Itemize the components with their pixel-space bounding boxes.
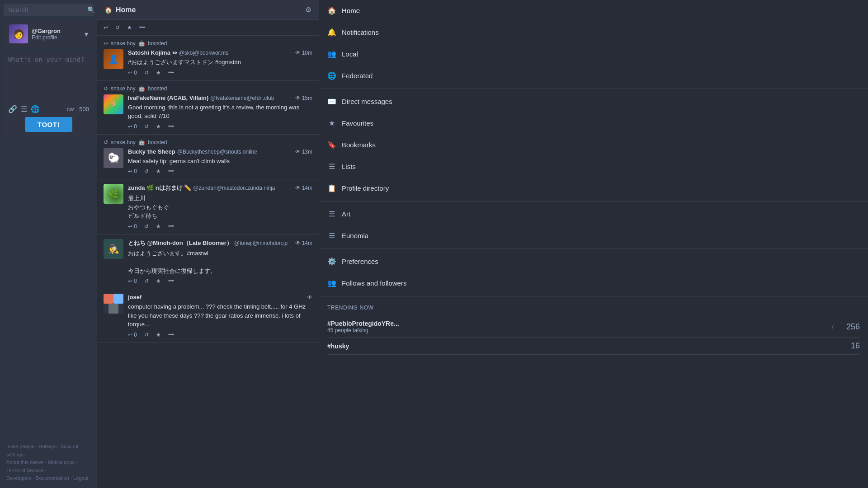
- reply-action[interactable]: ↩: [104, 24, 108, 31]
- reply-action[interactable]: ↩ 0: [128, 123, 137, 130]
- sidebar-item-follows-followers[interactable]: 👥 Follows and followers: [319, 272, 868, 294]
- boost-action[interactable]: ↺: [144, 123, 149, 130]
- sidebar-item-preferences[interactable]: ⚙️ Preferences: [319, 251, 868, 272]
- search-input[interactable]: [8, 6, 87, 14]
- boost-icon: ↺: [104, 85, 108, 92]
- boost-action[interactable]: ↺: [144, 278, 149, 284]
- author-name[interactable]: IvaFakeName (ACAB, Villain): [128, 94, 208, 101]
- boost-action[interactable]: ↺: [144, 223, 149, 230]
- compose-toolbar: 🔗 ☰ 🌐 cw 500: [8, 101, 89, 113]
- footer-tos[interactable]: Terms of Service: [6, 468, 43, 473]
- post-item: ↺ snake boy 🤖 boosted 🐑 Bucky the Sheep …: [97, 135, 319, 180]
- avatar: 🧑: [9, 24, 28, 43]
- avatar[interactable]: [104, 294, 123, 314]
- fav-action[interactable]: ★: [156, 332, 161, 338]
- trending-item[interactable]: #PuebloProtegidoYRe... 45 people talking…: [327, 316, 860, 338]
- boosted-label: boosted: [148, 139, 167, 145]
- toot-button[interactable]: TOOT!: [25, 117, 72, 132]
- footer-invite[interactable]: Invite people: [6, 444, 34, 449]
- profile-section[interactable]: 🧑 @Gargron Edit profile ▾: [4, 20, 94, 48]
- sidebar-item-eunomia[interactable]: ☰ Eunomia: [319, 225, 868, 247]
- reply-action[interactable]: ↩ 0: [128, 223, 137, 230]
- cw-button[interactable]: cw: [66, 106, 74, 113]
- nav-label: Lists: [342, 163, 356, 170]
- trending-count: 256: [837, 322, 860, 332]
- fav-action[interactable]: ★: [156, 223, 161, 230]
- right-sidebar: 🏠 Home 🔔 Notifications 👥 Local 🌐 Federat…: [319, 0, 868, 488]
- author-name[interactable]: josef: [128, 294, 142, 300]
- author-handle[interactable]: @toneji@minohdon.jp: [234, 240, 288, 246]
- trending-item[interactable]: #husky 16: [327, 338, 860, 355]
- more-action[interactable]: •••: [168, 70, 174, 76]
- feed-settings-icon[interactable]: ⚙: [305, 5, 311, 14]
- post-time: 👁 14m: [295, 240, 312, 246]
- poll-icon[interactable]: ☰: [21, 105, 27, 113]
- globe-icon[interactable]: 🌐: [31, 105, 40, 113]
- nav-label: Notifications: [342, 28, 379, 36]
- avatar[interactable]: 🕵️: [104, 239, 123, 259]
- post-item: josef 👁 computer having a problem... ???…: [97, 289, 319, 343]
- sidebar-item-art[interactable]: ☰ Art: [319, 203, 868, 225]
- post-actions: ↩ 0 ↺ ★ •••: [128, 123, 312, 130]
- footer-about[interactable]: About this server: [6, 460, 44, 465]
- more-action[interactable]: •••: [168, 278, 174, 284]
- nav-label: Profile directory: [342, 184, 389, 192]
- boost-action[interactable]: ↺: [144, 332, 149, 338]
- sidebar-item-home[interactable]: 🏠 Home: [319, 0, 868, 22]
- fav-action[interactable]: ★: [127, 24, 132, 31]
- author-name[interactable]: Satoshi Kojima ⇔: [128, 49, 177, 56]
- reply-action[interactable]: ↩ 0: [128, 332, 137, 338]
- author-handle[interactable]: @skoj@bookwor.ms: [179, 50, 229, 56]
- fav-action[interactable]: ★: [156, 70, 161, 76]
- footer-docs[interactable]: Documentation: [36, 475, 69, 481]
- reply-action[interactable]: ↩ 0: [128, 168, 137, 174]
- post-meta: zunda 🌿 nはおまけ ✏️ @zundan@mastodon.zunda.…: [128, 184, 312, 192]
- reply-action[interactable]: ↩ 0: [128, 70, 137, 76]
- author-handle[interactable]: @lvafakename@efdn.club: [210, 95, 274, 101]
- compose-textarea[interactable]: [8, 56, 89, 97]
- author-name[interactable]: zunda 🌿 nはおまけ ✏️: [128, 184, 191, 192]
- reply-action[interactable]: ↩ 0: [128, 278, 137, 284]
- more-action[interactable]: •••: [168, 223, 174, 230]
- boost-action[interactable]: ↺: [144, 70, 149, 76]
- avatar[interactable]: 🌿: [104, 184, 123, 204]
- author-name[interactable]: Bucky the Sheep: [128, 148, 175, 155]
- avatar[interactable]: 🐑: [104, 148, 123, 168]
- author-handle[interactable]: @Buckythesheep@snouts.online: [177, 149, 257, 155]
- author-name[interactable]: とねち @Minoh-don（Late Bloomer）: [128, 239, 232, 247]
- avatar[interactable]: 👤: [104, 49, 123, 69]
- footer-mobile[interactable]: Mobile apps: [48, 460, 75, 465]
- fav-action[interactable]: ★: [156, 168, 161, 174]
- attachment-icon[interactable]: 🔗: [8, 105, 17, 113]
- sidebar-item-favourites[interactable]: ★ Favourites: [319, 113, 868, 134]
- sidebar-item-local[interactable]: 👥 Local: [319, 43, 868, 65]
- boost-by: snake boy: [111, 85, 136, 92]
- author-handle[interactable]: @zundan@mastodon.zunda.ninja: [193, 185, 275, 191]
- more-action[interactable]: •••: [168, 123, 174, 130]
- fav-action[interactable]: ★: [156, 278, 161, 284]
- footer-logout[interactable]: Logout: [73, 475, 89, 481]
- chevron-down-icon[interactable]: ▾: [85, 30, 88, 38]
- sidebar-item-notifications[interactable]: 🔔 Notifications: [319, 22, 868, 43]
- boost-action[interactable]: ↺: [115, 24, 120, 31]
- sidebar-item-direct-messages[interactable]: ✉️ Direct messages: [319, 91, 868, 113]
- notifications-icon: 🔔: [327, 28, 336, 37]
- footer-developers[interactable]: Developers: [6, 475, 32, 481]
- sidebar-item-bookmarks[interactable]: 🔖 Bookmarks: [319, 134, 868, 156]
- boost-action[interactable]: ↺: [144, 168, 149, 174]
- sidebar-item-profile-directory[interactable]: 📋 Profile directory: [319, 178, 868, 199]
- sidebar-item-lists[interactable]: ☰ Lists: [319, 156, 868, 178]
- compose-box: 🔗 ☰ 🌐 cw 500 TOOT!: [4, 52, 94, 136]
- sidebar-item-federated[interactable]: 🌐 Federated: [319, 65, 868, 87]
- nav-label: Eunomia: [342, 232, 368, 239]
- more-action[interactable]: •••: [168, 332, 174, 338]
- local-icon: 👥: [327, 50, 336, 58]
- post-actions: ↩ 0 ↺ ★ •••: [128, 70, 312, 76]
- footer-hotkeys[interactable]: Hotkeys: [39, 444, 57, 449]
- search-bar[interactable]: 🔍: [4, 4, 94, 16]
- more-action[interactable]: •••: [168, 168, 174, 174]
- edit-profile-link[interactable]: Edit profile: [32, 34, 85, 41]
- avatar[interactable]: 🎨: [104, 94, 123, 114]
- fav-action[interactable]: ★: [156, 123, 161, 130]
- more-action[interactable]: •••: [139, 24, 145, 31]
